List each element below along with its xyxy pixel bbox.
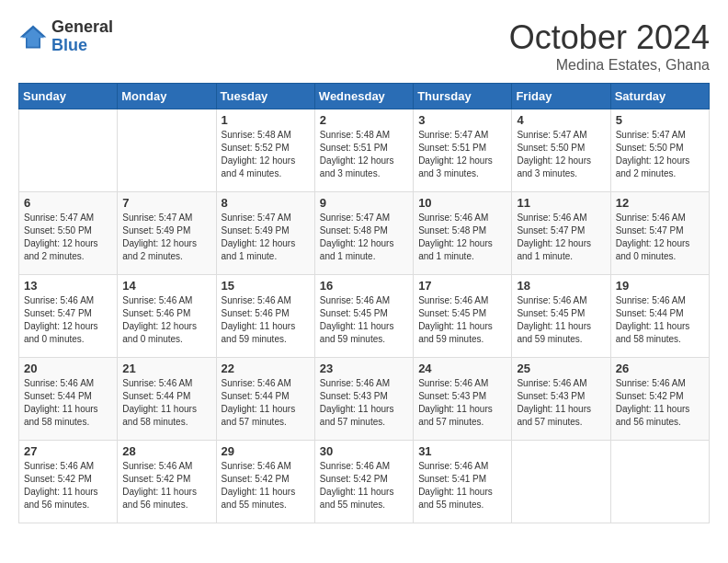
- day-cell: 14Sunrise: 5:46 AMSunset: 5:46 PMDayligh…: [118, 275, 216, 358]
- page-header: General Blue October 2024 Medina Estates…: [18, 18, 710, 74]
- day-cell: [512, 441, 610, 523]
- day-info: Sunrise: 5:47 AMSunset: 5:50 PMDaylight:…: [616, 129, 704, 180]
- day-number: 7: [122, 196, 210, 210]
- weekday-header-monday: Monday: [118, 84, 216, 109]
- day-info: Sunrise: 5:47 AMSunset: 5:48 PMDaylight:…: [320, 212, 408, 263]
- day-number: 18: [517, 279, 605, 293]
- day-info: Sunrise: 5:46 AMSunset: 5:45 PMDaylight:…: [517, 294, 605, 346]
- day-number: 12: [616, 196, 704, 210]
- day-info: Sunrise: 5:46 AMSunset: 5:41 PMDaylight:…: [418, 460, 506, 511]
- day-number: 24: [418, 362, 506, 375]
- day-info: Sunrise: 5:48 AMSunset: 5:51 PMDaylight:…: [320, 129, 408, 180]
- day-info: Sunrise: 5:46 AMSunset: 5:43 PMDaylight:…: [517, 377, 605, 429]
- day-info: Sunrise: 5:46 AMSunset: 5:47 PMDaylight:…: [616, 212, 704, 263]
- weekday-header-saturday: Saturday: [610, 84, 709, 109]
- day-number: 28: [122, 444, 210, 458]
- day-number: 29: [222, 444, 310, 458]
- day-info: Sunrise: 5:46 AMSunset: 5:42 PMDaylight:…: [616, 377, 704, 429]
- day-info: Sunrise: 5:47 AMSunset: 5:49 PMDaylight:…: [222, 212, 310, 263]
- day-number: 4: [517, 113, 605, 127]
- day-cell: 17Sunrise: 5:46 AMSunset: 5:45 PMDayligh…: [414, 275, 512, 358]
- day-number: 15: [222, 279, 310, 293]
- day-cell: [118, 109, 216, 192]
- day-cell: 24Sunrise: 5:46 AMSunset: 5:43 PMDayligh…: [414, 358, 512, 441]
- day-cell: 22Sunrise: 5:46 AMSunset: 5:44 PMDayligh…: [216, 358, 314, 441]
- month-title: October 2024: [509, 18, 710, 57]
- day-cell: 10Sunrise: 5:46 AMSunset: 5:48 PMDayligh…: [414, 192, 512, 275]
- logo-blue: Blue: [51, 37, 113, 55]
- day-number: 19: [616, 279, 704, 293]
- day-number: 30: [320, 444, 408, 458]
- day-info: Sunrise: 5:46 AMSunset: 5:44 PMDaylight:…: [122, 377, 210, 429]
- day-number: 25: [517, 362, 605, 375]
- day-cell: 28Sunrise: 5:46 AMSunset: 5:42 PMDayligh…: [118, 441, 216, 523]
- day-cell: 19Sunrise: 5:46 AMSunset: 5:44 PMDayligh…: [610, 275, 709, 358]
- day-number: 9: [320, 196, 408, 210]
- logo-icon: [18, 24, 48, 50]
- day-info: Sunrise: 5:46 AMSunset: 5:43 PMDaylight:…: [320, 377, 408, 429]
- day-cell: 23Sunrise: 5:46 AMSunset: 5:43 PMDayligh…: [314, 358, 413, 441]
- day-info: Sunrise: 5:47 AMSunset: 5:49 PMDaylight:…: [122, 212, 210, 263]
- day-cell: 8Sunrise: 5:47 AMSunset: 5:49 PMDaylight…: [216, 192, 314, 275]
- week-row-5: 27Sunrise: 5:46 AMSunset: 5:42 PMDayligh…: [19, 441, 710, 523]
- logo: General Blue: [18, 18, 113, 55]
- day-info: Sunrise: 5:47 AMSunset: 5:51 PMDaylight:…: [418, 129, 506, 180]
- day-cell: 29Sunrise: 5:46 AMSunset: 5:42 PMDayligh…: [216, 441, 314, 523]
- day-cell: 4Sunrise: 5:47 AMSunset: 5:50 PMDaylight…: [512, 109, 610, 192]
- day-number: 1: [222, 113, 310, 127]
- day-cell: 12Sunrise: 5:46 AMSunset: 5:47 PMDayligh…: [610, 192, 709, 275]
- day-number: 3: [418, 113, 506, 127]
- day-cell: 15Sunrise: 5:46 AMSunset: 5:46 PMDayligh…: [216, 275, 314, 358]
- week-row-4: 20Sunrise: 5:46 AMSunset: 5:44 PMDayligh…: [19, 358, 710, 441]
- day-number: 13: [24, 279, 112, 293]
- day-number: 27: [24, 444, 112, 458]
- day-number: 26: [616, 362, 704, 375]
- day-info: Sunrise: 5:46 AMSunset: 5:45 PMDaylight:…: [320, 294, 408, 346]
- day-info: Sunrise: 5:46 AMSunset: 5:42 PMDaylight:…: [122, 460, 210, 511]
- logo-general: General: [51, 18, 113, 37]
- day-info: Sunrise: 5:46 AMSunset: 5:47 PMDaylight:…: [517, 212, 605, 263]
- weekday-header-wednesday: Wednesday: [314, 84, 413, 109]
- week-row-3: 13Sunrise: 5:46 AMSunset: 5:47 PMDayligh…: [19, 275, 710, 358]
- day-number: 10: [418, 196, 506, 210]
- day-cell: 7Sunrise: 5:47 AMSunset: 5:49 PMDaylight…: [118, 192, 216, 275]
- day-number: 14: [122, 279, 210, 293]
- day-number: 6: [24, 196, 112, 210]
- day-info: Sunrise: 5:46 AMSunset: 5:42 PMDaylight:…: [24, 460, 112, 511]
- location-title: Medina Estates, Ghana: [509, 57, 710, 74]
- day-cell: 2Sunrise: 5:48 AMSunset: 5:51 PMDaylight…: [314, 109, 413, 192]
- day-number: 11: [517, 196, 605, 210]
- weekday-header-friday: Friday: [512, 84, 610, 109]
- week-row-1: 1Sunrise: 5:48 AMSunset: 5:52 PMDaylight…: [19, 109, 710, 192]
- day-cell: 11Sunrise: 5:46 AMSunset: 5:47 PMDayligh…: [512, 192, 610, 275]
- day-cell: [19, 109, 118, 192]
- day-number: 5: [616, 113, 704, 127]
- day-number: 2: [320, 113, 408, 127]
- day-info: Sunrise: 5:47 AMSunset: 5:50 PMDaylight:…: [517, 129, 605, 180]
- day-number: 16: [320, 279, 408, 293]
- day-cell: 9Sunrise: 5:47 AMSunset: 5:48 PMDaylight…: [314, 192, 413, 275]
- day-number: 21: [122, 362, 210, 375]
- day-number: 8: [222, 196, 310, 210]
- title-area: October 2024 Medina Estates, Ghana: [509, 18, 710, 74]
- day-cell: 13Sunrise: 5:46 AMSunset: 5:47 PMDayligh…: [19, 275, 118, 358]
- day-info: Sunrise: 5:46 AMSunset: 5:45 PMDaylight:…: [418, 294, 506, 346]
- day-cell: 21Sunrise: 5:46 AMSunset: 5:44 PMDayligh…: [118, 358, 216, 441]
- day-info: Sunrise: 5:46 AMSunset: 5:43 PMDaylight:…: [418, 377, 506, 429]
- svg-marker-1: [22, 29, 44, 47]
- day-cell: 30Sunrise: 5:46 AMSunset: 5:42 PMDayligh…: [314, 441, 413, 523]
- day-info: Sunrise: 5:46 AMSunset: 5:46 PMDaylight:…: [222, 294, 310, 346]
- day-info: Sunrise: 5:48 AMSunset: 5:52 PMDaylight:…: [222, 129, 310, 180]
- day-cell: 1Sunrise: 5:48 AMSunset: 5:52 PMDaylight…: [216, 109, 314, 192]
- day-info: Sunrise: 5:46 AMSunset: 5:44 PMDaylight:…: [222, 377, 310, 429]
- day-info: Sunrise: 5:46 AMSunset: 5:42 PMDaylight:…: [320, 460, 408, 511]
- day-cell: 16Sunrise: 5:46 AMSunset: 5:45 PMDayligh…: [314, 275, 413, 358]
- day-cell: 25Sunrise: 5:46 AMSunset: 5:43 PMDayligh…: [512, 358, 610, 441]
- weekday-header-sunday: Sunday: [19, 84, 118, 109]
- weekday-header-row: SundayMondayTuesdayWednesdayThursdayFrid…: [19, 84, 710, 109]
- day-cell: 27Sunrise: 5:46 AMSunset: 5:42 PMDayligh…: [19, 441, 118, 523]
- weekday-header-tuesday: Tuesday: [216, 84, 314, 109]
- day-cell: 18Sunrise: 5:46 AMSunset: 5:45 PMDayligh…: [512, 275, 610, 358]
- day-info: Sunrise: 5:46 AMSunset: 5:44 PMDaylight:…: [24, 377, 112, 429]
- day-number: 20: [24, 362, 112, 375]
